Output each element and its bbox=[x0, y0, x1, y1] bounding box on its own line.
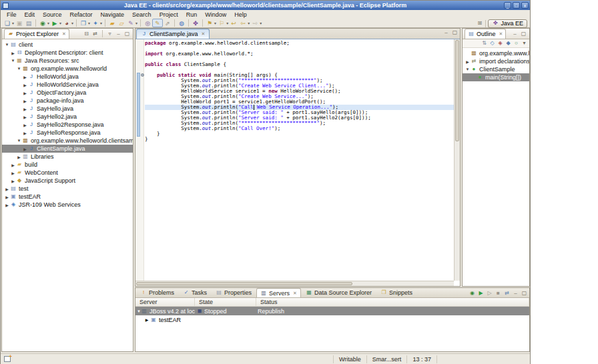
menu-navigate[interactable]: Navigate bbox=[97, 11, 129, 19]
tree-expand-arrow[interactable]: ▶ bbox=[22, 147, 28, 151]
tree-expand-arrow[interactable]: ▼ bbox=[465, 67, 471, 71]
maximize-view-button[interactable]: ▢ bbox=[521, 289, 528, 298]
tree-item-main-string-[interactable]: ●main(String[]) bbox=[463, 73, 529, 81]
tree-expand-arrow[interactable]: ▶ bbox=[22, 123, 28, 127]
chevron-down-icon[interactable]: ▾ bbox=[47, 21, 49, 25]
tree-item-sayhello2-java[interactable]: ▶JSayHello2.java bbox=[2, 113, 133, 121]
tree-expand-arrow[interactable]: ▼ bbox=[16, 67, 22, 71]
save-button[interactable]: ▣ bbox=[15, 19, 24, 27]
print-button[interactable]: ▤ bbox=[24, 19, 33, 27]
new-button[interactable]: ❏▾ bbox=[3, 19, 15, 27]
profile-server-button[interactable]: ▷ bbox=[486, 289, 493, 298]
publish-button[interactable]: ⇄ bbox=[503, 289, 511, 298]
start-server-button[interactable]: ▶ bbox=[477, 289, 485, 298]
tree-item-org-example-www-helloworld[interactable]: ▼▩org.example.www.helloworld bbox=[2, 65, 133, 73]
search-button[interactable]: ◎ bbox=[143, 19, 152, 27]
chevron-down-icon[interactable]: ▾ bbox=[71, 21, 73, 25]
code-line[interactable]: public class ClientSample { bbox=[145, 62, 454, 67]
close-editor-icon[interactable]: ✕ bbox=[202, 31, 206, 37]
tree-item-clientsample-java[interactable]: ▶JClientSample.java bbox=[2, 145, 133, 153]
tree-item-package-info-java[interactable]: ▶Jpackage-info.java bbox=[2, 97, 133, 105]
next-annotation-button[interactable]: ⚐▾ bbox=[217, 19, 229, 27]
tab-properties[interactable]: ▤Properties bbox=[212, 288, 256, 297]
column-header-status[interactable]: Status bbox=[256, 298, 529, 306]
collapse-all-button[interactable]: ⊟ bbox=[83, 29, 90, 39]
chevron-down-icon[interactable]: ▾ bbox=[88, 21, 90, 25]
tree-item-build[interactable]: ▶▰build bbox=[2, 161, 133, 169]
editor-vertical-scrollbar[interactable] bbox=[454, 39, 460, 281]
title-bar[interactable]: Java EE - client/src/org/example/www/hel… bbox=[1, 1, 530, 10]
hide-fields-button[interactable]: ◇ bbox=[489, 39, 496, 48]
tree-expand-arrow[interactable]: ▶ bbox=[22, 131, 28, 135]
tab-project-explorer[interactable]: ▰ Project Explorer ✕ bbox=[4, 29, 69, 39]
tree-item-webcontent[interactable]: ▶▰WebContent bbox=[2, 169, 133, 177]
tree-item-client[interactable]: ▼▤client bbox=[2, 41, 133, 49]
tree-item-org-example-www-helloworld-clientsample[interactable]: ▼▩org.example.www.helloworld.clientsampl… bbox=[2, 137, 133, 145]
maximize-button[interactable]: □ bbox=[513, 2, 520, 9]
hide-static-members-button[interactable]: ◈ bbox=[497, 39, 504, 48]
java-ee-tools-button[interactable]: ✤ bbox=[191, 19, 200, 27]
menu-edit[interactable]: Edit bbox=[21, 11, 39, 19]
new-wizard-button[interactable]: ✦▾ bbox=[91, 19, 103, 27]
chevron-down-icon[interactable]: ▾ bbox=[226, 21, 228, 25]
tree-item-helloworld-java[interactable]: ▶JHelloWorld.java bbox=[2, 73, 133, 81]
tree-item-org-example-www-hellowor[interactable]: ▩org.example.www.hellowor bbox=[463, 49, 529, 57]
minimize-view-button[interactable]: ‒ bbox=[115, 29, 122, 39]
maximize-view-button[interactable]: ▢ bbox=[123, 29, 131, 39]
previous-annotation-button[interactable]: ⚑▾ bbox=[205, 19, 217, 27]
tab-snippets[interactable]: ❐Snippets bbox=[376, 288, 416, 297]
perspective-java-ee-button[interactable]: ✤ Java EE bbox=[488, 19, 527, 28]
tree-expand-arrow[interactable]: ▼ bbox=[4, 43, 10, 47]
tree-item-jsr-109-web-services[interactable]: ▶◈JSR-109 Web Services bbox=[2, 201, 133, 209]
column-header-server[interactable]: Server bbox=[135, 298, 195, 306]
code-line[interactable]: package org.example.www.helloworld.clien… bbox=[145, 41, 454, 46]
open-web-browser-button[interactable]: ◍ bbox=[177, 19, 186, 27]
chevron-down-icon[interactable]: ▾ bbox=[214, 21, 216, 25]
run-button[interactable]: ▶▾ bbox=[50, 19, 62, 27]
minimize-view-button[interactable]: ‒ bbox=[512, 289, 519, 298]
tree-expand-arrow[interactable]: ▶ bbox=[465, 59, 471, 64]
menu-search[interactable]: Search bbox=[128, 11, 156, 19]
tree-item-deployment-descriptor-client[interactable]: ▶⊟Deployment Descriptor: client bbox=[2, 49, 133, 57]
chevron-down-icon[interactable]: ▾ bbox=[135, 21, 137, 25]
tree-expand-arrow[interactable]: ▶ bbox=[4, 195, 10, 199]
tree-expand-arrow[interactable]: ▶ bbox=[22, 83, 28, 87]
chevron-down-icon[interactable]: ▾ bbox=[12, 21, 14, 25]
annotate-button[interactable]: ✎▾ bbox=[126, 19, 138, 27]
tree-expand-arrow[interactable]: ▶ bbox=[10, 51, 16, 55]
menu-window[interactable]: Window bbox=[201, 11, 230, 19]
tree-item-java-resources-src[interactable]: ▼▦Java Resources: src bbox=[2, 57, 133, 65]
tree-item-sayhelloresponse-java[interactable]: ▶JSayHelloResponse.java bbox=[2, 129, 133, 137]
menu-source[interactable]: Source bbox=[39, 11, 66, 19]
open-perspective-button[interactable]: ⊞ bbox=[476, 19, 483, 28]
editor-horizontal-scrollbar[interactable] bbox=[135, 281, 454, 286]
menu-project[interactable]: Project bbox=[156, 11, 182, 19]
sort-button[interactable]: ⇅ bbox=[481, 39, 488, 48]
tree-expand-arrow[interactable]: ▶ bbox=[4, 187, 10, 191]
chevron-down-icon[interactable]: ▾ bbox=[248, 21, 250, 25]
code-line[interactable]: } bbox=[145, 131, 454, 137]
hide-local-types-button[interactable]: ○ bbox=[513, 39, 520, 48]
menu-help[interactable]: Help bbox=[230, 11, 251, 19]
tree-item-test[interactable]: ▶▤test bbox=[2, 185, 133, 193]
external-tools-button[interactable]: ◕▾ bbox=[62, 19, 74, 27]
minimize-view-button[interactable]: ‒ bbox=[511, 29, 519, 39]
export-button[interactable]: ▱ bbox=[117, 19, 126, 27]
view-menu-button[interactable]: ▿ bbox=[106, 29, 113, 39]
tree-expand-arrow[interactable]: ▶ bbox=[10, 179, 16, 183]
close-view-icon[interactable]: ✕ bbox=[62, 31, 66, 37]
tab-clientsample-java[interactable]: J ClientSample.java ✕ bbox=[136, 29, 210, 39]
tree-item-javascript-support[interactable]: ▶◆JavaScript Support bbox=[2, 177, 133, 185]
hide-non-public-members-button[interactable]: ◆ bbox=[505, 39, 512, 48]
menu-run[interactable]: Run bbox=[182, 11, 202, 19]
tree-item-import-declarations[interactable]: ▶⇄import declarations bbox=[463, 57, 529, 65]
menu-refactor[interactable]: Refactor bbox=[66, 11, 97, 19]
tab-data-source-explorer[interactable]: ▦Data Source Explorer bbox=[302, 288, 376, 297]
close-view-icon[interactable]: ✕ bbox=[499, 31, 503, 37]
import-button[interactable]: ▰ bbox=[107, 19, 117, 27]
maximize-view-button[interactable]: ▢ bbox=[520, 29, 527, 39]
debug-button[interactable]: ◉▾ bbox=[38, 19, 50, 27]
tree-expand-arrow[interactable]: ▼ bbox=[16, 139, 22, 143]
close-view-icon[interactable]: ✕ bbox=[293, 291, 297, 296]
tree-expand-arrow[interactable]: ▶ bbox=[10, 171, 16, 175]
